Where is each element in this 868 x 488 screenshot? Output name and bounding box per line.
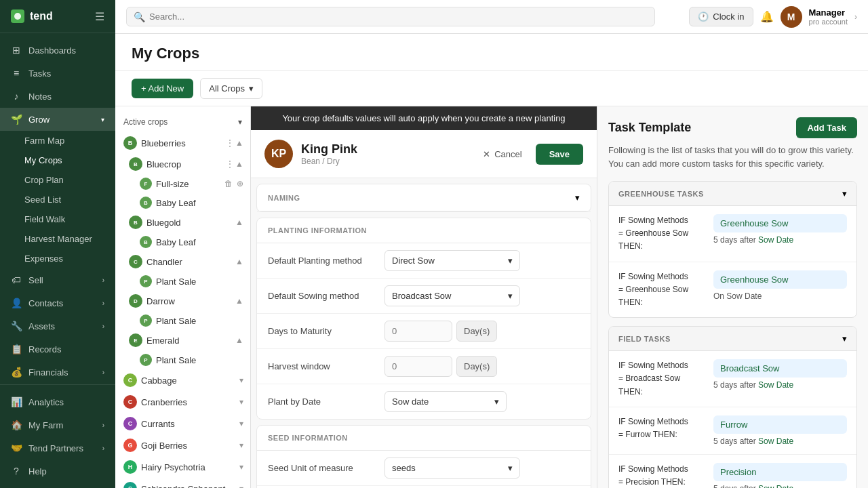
seed-info-header[interactable]: SEED INFORMATION [257, 426, 591, 451]
sidebar-item-my-crops[interactable]: My Crops [19, 150, 115, 170]
crop-item-currants[interactable]: C Currants ▾ [115, 413, 250, 434]
greenhouse-tasks-collapse-icon[interactable]: ▾ [842, 188, 847, 199]
field-tasks-header[interactable]: FIELD TASKS ▾ [609, 327, 856, 351]
sidebar-item-analytics[interactable]: 📊 Analytics [0, 390, 115, 413]
notes-icon: ♪ [11, 91, 22, 102]
crop-item-darrow[interactable]: D Darrow ▲ [115, 291, 250, 311]
sowing-select-chevron: ▾ [508, 291, 513, 301]
sidebar-item-notes[interactable]: ♪ Notes [0, 85, 115, 108]
add-new-button[interactable]: + Add New [132, 79, 193, 98]
field-tasks-collapse-icon[interactable]: ▾ [842, 333, 847, 344]
crop-list-panel: Active crops ▾ B Blueberries ⋮ ▲ B Bluec… [115, 106, 251, 488]
sidebar-item-sell[interactable]: 🏷 Sell › [0, 268, 115, 291]
naming-collapse-icon[interactable]: ▾ [575, 192, 580, 203]
crop-item-blueberries[interactable]: B Blueberries ⋮ ▲ [115, 132, 250, 154]
crop-item-baby-leaf-1[interactable]: B Baby Leaf [115, 193, 250, 212]
seed-unit-label: Seed Unit of measure [268, 463, 376, 473]
task-item: IF Sowing Methods = Greenhouse Sow THEN:… [609, 262, 856, 318]
task-badge: Greenhouse Sow [713, 270, 847, 289]
plant-by-date-select[interactable]: Sow date ▾ [384, 391, 507, 412]
task-timing: 5 days after Sow Date [713, 235, 847, 245]
hamburger-icon[interactable]: ☰ [95, 10, 104, 23]
all-crops-filter-button[interactable]: All Crops ▾ [200, 78, 262, 99]
sidebar-item-expenses[interactable]: Expenses [19, 249, 115, 268]
sidebar-item-contacts[interactable]: 👤 Contacts › [0, 291, 115, 314]
task-item: IF Sowing Methods = Broadcast Sow THEN: … [609, 351, 856, 407]
task-timing-link[interactable]: Sow Date [758, 436, 793, 446]
task-timing-link[interactable]: Sow Date [758, 235, 793, 245]
seed-unit-row: Seed Unit of measure seeds ▾ [257, 451, 591, 486]
clock-in-button[interactable]: 🕐 Clock in [689, 7, 753, 26]
user-role: pro account [809, 18, 848, 26]
crop-item-emerald[interactable]: E Emerald ▲ [115, 330, 250, 350]
sidebar-item-records[interactable]: 📋 Records [0, 338, 115, 361]
sidebar-item-assets[interactable]: 🔧 Assets › [0, 314, 115, 338]
sidebar-item-field-walk[interactable]: Field Walk [19, 209, 115, 229]
my-farm-icon: 🏠 [11, 420, 22, 430]
sidebar-item-dashboards[interactable]: ⊞ Dashboards [0, 39, 115, 62]
greenhouse-tasks-group: GREENHOUSE TASKS ▾ IF Sowing Methods = G… [608, 181, 857, 318]
crop-item-baby-leaf-2[interactable]: B Baby Leaf [115, 232, 250, 251]
task-badge: Furrow [713, 415, 847, 434]
notification-icon[interactable]: 🔔 [760, 10, 774, 23]
crop-item-chandler-plant-sale[interactable]: P Plant Sale [115, 272, 250, 291]
task-template-panel: Task Template Add Task Following is the … [597, 106, 868, 488]
sidebar-item-tend-partners[interactable]: 🤝 Tend Partners › [0, 436, 115, 460]
default-sowing-select[interactable]: Broadcast Sow ▾ [384, 285, 520, 306]
contacts-expand-icon: › [102, 300, 104, 307]
harvest-window-input[interactable] [384, 356, 452, 377]
user-chevron-icon[interactable]: › [854, 12, 857, 22]
greenhouse-tasks-title: GREENHOUSE TASKS [618, 190, 704, 198]
crop-item-fullsize[interactable]: F Full-size 🗑 ⊕ [115, 174, 250, 193]
save-button[interactable]: Save [536, 144, 583, 165]
search-bar[interactable]: 🔍 [126, 7, 655, 26]
sidebar-item-financials[interactable]: 💰 Financials › [0, 361, 115, 384]
sidebar-item-my-farm[interactable]: 🏠 My Farm › [0, 413, 115, 436]
cancel-button[interactable]: ✕ Cancel [475, 144, 530, 164]
task-panel-title: Task Template [608, 121, 691, 135]
seed-unit-select[interactable]: seeds ▾ [384, 458, 520, 479]
crop-form-avatar: KP [264, 140, 293, 168]
crop-item-cranberries[interactable]: C Cranberries ▾ [115, 391, 250, 413]
greenhouse-tasks-header[interactable]: GREENHOUSE TASKS ▾ [609, 182, 856, 206]
default-planting-select[interactable]: Direct Sow ▾ [384, 250, 520, 271]
sidebar-item-help[interactable]: ? Help [0, 460, 115, 483]
add-task-button[interactable]: Add Task [796, 117, 857, 138]
crop-item-darrow-plant-sale[interactable]: P Plant Sale [115, 311, 250, 330]
seed-info-section: SEED INFORMATION Seed Unit of measure se… [256, 425, 591, 488]
task-timing-link[interactable]: Sow Date [758, 484, 793, 488]
search-input[interactable] [149, 7, 648, 26]
crop-item-schisandra[interactable]: S Schisandra Sphenant ▾ [115, 478, 250, 488]
field-tasks-title: FIELD TASKS [618, 335, 671, 343]
crop-item-chandler[interactable]: C Chandler ▲ [115, 251, 250, 272]
task-timing-link[interactable]: Sow Date [758, 380, 793, 390]
sidebar-item-grow[interactable]: 🌱 Grow ▾ [0, 108, 115, 131]
sell-expand-icon: › [102, 277, 104, 284]
svg-point-0 [14, 13, 21, 20]
harvest-unit-badge: Day(s) [456, 356, 497, 377]
task-timing: 5 days after Sow Date [713, 380, 847, 390]
plant-by-date-label: Plant by Date [268, 396, 376, 407]
field-tasks-group: FIELD TASKS ▾ IF Sowing Methods = Broadc… [608, 326, 857, 488]
grow-expand-icon: ▾ [101, 116, 104, 123]
sidebar-item-farm-map[interactable]: Farm Map [19, 131, 115, 150]
default-planting-label: Default Planting method [268, 256, 376, 266]
sidebar-logo[interactable]: tend ☰ [0, 0, 115, 33]
sidebar-item-seed-list[interactable]: Seed List [19, 190, 115, 209]
naming-header[interactable]: NAMING ▾ [257, 184, 591, 211]
active-crops-header[interactable]: Active crops ▾ [115, 112, 250, 132]
crop-item-bluegold[interactable]: B Bluegold ▲ [115, 212, 250, 232]
crop-item-emerald-plant-sale[interactable]: P Plant Sale [115, 350, 250, 369]
sidebar-item-tasks[interactable]: ≡ Tasks [0, 62, 115, 85]
task-badge: Broadcast Sow [713, 359, 847, 378]
sell-icon: 🏷 [11, 274, 22, 285]
cancel-icon: ✕ [483, 149, 490, 159]
planting-info-header[interactable]: PLANTING INFORMATION [257, 218, 591, 243]
crop-item-cabbage[interactable]: C Cabbage ▾ [115, 369, 250, 391]
days-to-maturity-input[interactable] [384, 321, 452, 342]
crop-item-bluecrop[interactable]: B Bluecrop ⋮ ▲ [115, 154, 250, 174]
crop-item-hairy-psychotria[interactable]: H Hairy Psychotria ▾ [115, 456, 250, 478]
sidebar-item-crop-plan[interactable]: Crop Plan [19, 170, 115, 190]
crop-item-goji-berries[interactable]: G Goji Berries ▾ [115, 434, 250, 456]
sidebar-item-harvest-manager[interactable]: Harvest Manager [19, 229, 115, 249]
